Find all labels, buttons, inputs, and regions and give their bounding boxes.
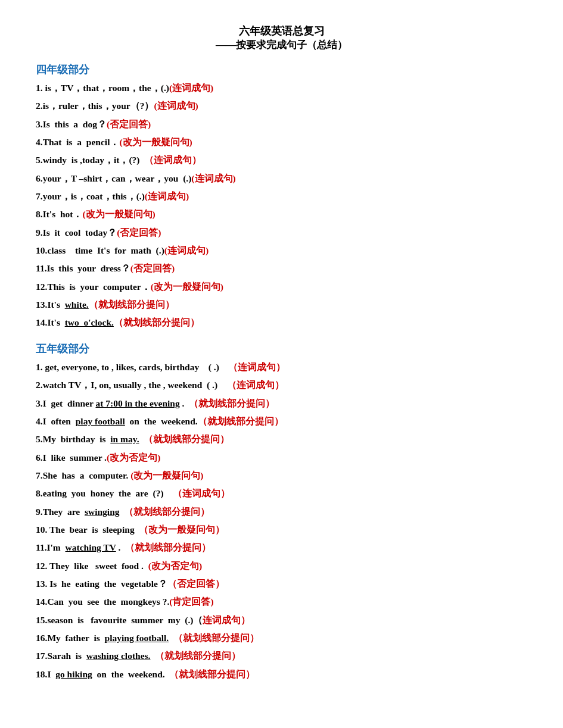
q-text: 11.Is this your dress？ (36, 263, 130, 273)
q-text: 10. The bear is sleeping (36, 524, 139, 535)
q-text: 14.It's two o'clock. (36, 317, 114, 327)
q-text: 17.Sarah is washing clothes. (36, 651, 155, 661)
list-item: 12. They like sweet food . (改为否定句) (36, 558, 527, 574)
q-hint: (连词成句) (169, 83, 213, 93)
list-item: 16.My father is playing football. （就划线部分… (36, 630, 527, 646)
q-hint: (否定回答) (130, 263, 175, 273)
q-text: 9.Is it cool today？ (36, 227, 117, 238)
q-hint: (改为否定句) (107, 452, 160, 463)
q-text: 7.She has a computer. (36, 470, 130, 480)
list-item: 5.My birthday is in may. （就划线部分提问） (36, 432, 527, 447)
list-item: 6.I like summer .(改为否定句) (36, 450, 527, 465)
list-item: 14.Can you see the mongkeys ?.(肯定回答) (36, 594, 527, 610)
q-hint: （否定回答） (167, 579, 225, 589)
q-text: 4.That is a pencil． (36, 137, 119, 147)
q-hint: (连词成句) (191, 173, 235, 183)
q-hint: (改为一般疑问句) (82, 209, 155, 219)
section1-header: 四年级部分 (36, 63, 527, 77)
list-item: 10. The bear is sleeping （改为一般疑问句） (36, 522, 527, 538)
q-hint: (否定回答) (117, 227, 161, 238)
list-item: 9.They are swinging （就划线部分提问） (36, 504, 527, 520)
list-item: 8.It's hot．(改为一般疑问句) (36, 207, 527, 222)
q-hint: (改为一般疑问句) (119, 137, 192, 147)
title-main: 六年级英语总复习 (36, 24, 527, 38)
q-text: 18.I go hiking on the weekend. (36, 669, 169, 679)
q-text: 9.They are swinging (36, 507, 124, 517)
q-hint: （就划线部分提问） (169, 669, 255, 679)
list-item: 1. is，TV，that，room，the，(.)(连词成句) (36, 80, 527, 96)
q-hint: （就划线部分提问） (155, 651, 241, 661)
q-text: 1. get, everyone, to , likes, cards, bir… (36, 362, 228, 372)
list-item: 17.Sarah is washing clothes. （就划线部分提问） (36, 648, 527, 664)
list-item: 7.She has a computer. (改为一般疑问句) (36, 468, 527, 483)
q-hint: （就划线部分提问） (144, 434, 229, 444)
q-text: 11.I'm watching TV . (36, 542, 125, 552)
q-text: 13.It's white. (36, 299, 89, 310)
list-item: 2.is，ruler，this，your（?）(连词成句) (36, 98, 527, 114)
q-hint: （就划线部分提问） (189, 398, 275, 408)
list-item: 12.This is your computer．(改为一般疑问句) (36, 279, 527, 295)
q-hint: （就划线部分提问） (89, 299, 175, 310)
q-hint: （就划线部分提问） (125, 542, 211, 552)
q-text: 8.eating you honey the are (?) (36, 488, 173, 498)
q-hint: （连词成句） (228, 362, 285, 372)
q-hint: （连词成句） (144, 155, 201, 165)
q-hint: (连词成句) (154, 101, 198, 111)
q-text: 2.is，ruler，this，your（?） (36, 101, 154, 111)
list-item: 4.That is a pencil．(改为一般疑问句) (36, 135, 527, 150)
q-text: 1. is，TV，that，room，the，(.) (36, 83, 169, 93)
q-text: 13. Is he eating the vegetable？ (36, 579, 167, 589)
list-item: 4.I often play football on the weekend.（… (36, 414, 527, 429)
list-item: 14.It's two o'clock.（就划线部分提问） (36, 315, 527, 330)
list-item: 11.Is this your dress？(否定回答) (36, 261, 527, 276)
list-item: 8.eating you honey the are (?) （连词成句） (36, 486, 527, 501)
q-text: 6.I like summer . (36, 452, 107, 463)
q-text: 3.Is this a dog？ (36, 119, 107, 129)
q-text: 6.your，T –shirt，can，wear，you (.) (36, 173, 191, 183)
q-hint: （就划线部分提问） (173, 633, 259, 643)
page-container: 六年级英语总复习 ——按要求完成句子（总结） 四年级部分 1. is，TV，th… (36, 24, 527, 682)
q-hint: （连词成句） (227, 380, 284, 390)
list-item: 15.season is favourite summer my (.)（连词成… (36, 613, 527, 628)
q-hint: （就划线部分提问） (124, 507, 210, 517)
q-text: 15.season is favourite summer my (.)（ (36, 615, 203, 625)
q-hint: (连词成句) (164, 245, 209, 255)
q-text: 4.I often play football on the weekend. (36, 416, 198, 426)
section2-questions: 1. get, everyone, to , likes, cards, bir… (36, 360, 527, 682)
section1-questions: 1. is，TV，that，room，the，(.)(连词成句) 2.is，ru… (36, 80, 527, 331)
list-item: 6.your，T –shirt，can，wear，you (.)(连词成句) (36, 171, 527, 186)
q-hint: （就划线部分提问） (198, 416, 284, 426)
q-text: 3.I get dinner at 7:00 in the evening . (36, 398, 189, 408)
q-text: 14.Can you see the mongkeys ?. (36, 596, 169, 607)
q-text: 7.your，is，coat，this，(.) (36, 191, 145, 201)
q-hint: 连词成句） (203, 615, 250, 625)
q-hint: （连词成句） (173, 488, 230, 498)
q-hint: （改为一般疑问句） (139, 524, 225, 535)
q-hint: (改为否定句) (148, 561, 202, 571)
list-item: 7.your，is，coat，this，(.)(连词成句) (36, 189, 527, 204)
q-text: 2.watch TV，I, on, usually , the , weeken… (36, 380, 227, 390)
list-item: 13.It's white.（就划线部分提问） (36, 297, 527, 313)
q-text: 12.This is your computer． (36, 282, 151, 292)
q-text: 8.It's hot． (36, 209, 82, 219)
q-text: 5.windy is ,today，it，(?) (36, 155, 140, 165)
q-hint: (改为一般疑问句) (130, 470, 203, 480)
title-sub: ——按要求完成句子（总结） (36, 38, 527, 52)
q-hint: (否定回答) (107, 119, 151, 129)
list-item: 9.Is it cool today？(否定回答) (36, 225, 527, 240)
list-item: 13. Is he eating the vegetable？（否定回答） (36, 576, 527, 592)
list-item: 3.Is this a dog？(否定回答) (36, 117, 527, 132)
q-hint: (连词成句) (145, 191, 189, 201)
list-item: 1. get, everyone, to , likes, cards, bir… (36, 360, 527, 375)
list-item: 2.watch TV，I, on, usually , the , weeken… (36, 377, 527, 393)
q-hint: (肯定回答) (169, 596, 213, 607)
list-item: 3.I get dinner at 7:00 in the evening . … (36, 396, 527, 411)
page-title: 六年级英语总复习 ——按要求完成句子（总结） (36, 24, 527, 52)
q-text: 10.class time It's for math (.) (36, 245, 164, 255)
q-text: 16.My father is playing football. (36, 633, 173, 643)
list-item: 10.class time It's for math (.)(连词成句) (36, 243, 527, 258)
list-item: 5.windy is ,today，it，(?) （连词成句） (36, 152, 527, 168)
section2-header: 五年级部分 (36, 342, 527, 356)
list-item: 11.I'm watching TV . （就划线部分提问） (36, 540, 527, 555)
q-text: 5.My birthday is in may. (36, 434, 144, 444)
